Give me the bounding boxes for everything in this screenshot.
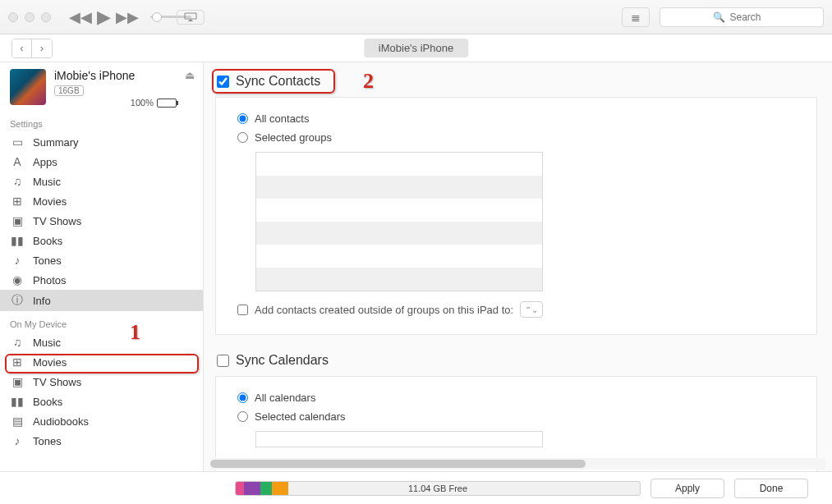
footer: 11.04 GB Free Apply Done xyxy=(0,471,832,504)
calendars-selected-row[interactable]: Selected calendars xyxy=(232,409,800,428)
sidebar-item-label: Music xyxy=(33,337,61,349)
contacts-selected-label: Selected groups xyxy=(255,131,332,144)
contacts-selected-radio[interactable] xyxy=(237,132,248,143)
playback-controls: ◀◀ ▶ ▶▶ xyxy=(69,7,139,28)
sidebar-item-photos[interactable]: ◉Photos xyxy=(0,270,203,290)
nav-back-forward: ‹ › xyxy=(11,39,53,58)
sync-contacts-header: Sync Contacts xyxy=(217,74,817,89)
sidebar-item-label: TV Shows xyxy=(33,376,81,388)
sidebar-item-tones[interactable]: ♪Tones xyxy=(0,431,203,451)
battery-percent: 100% xyxy=(131,98,154,108)
calendars-selected-label: Selected calendars xyxy=(255,410,346,423)
add-outside-checkbox[interactable] xyxy=(237,305,248,315)
contacts-selected-row[interactable]: Selected groups xyxy=(232,130,800,149)
sidebar-item-label: Music xyxy=(33,176,61,188)
summary-icon: ▭ xyxy=(10,135,25,149)
sidebar-item-music[interactable]: ♫Music xyxy=(0,172,203,191)
top-toolbar: ◀◀ ▶ ▶▶ ≣ 🔍 xyxy=(0,0,832,34)
calendars-all-label: All calendars xyxy=(255,392,315,404)
photos-icon: ◉ xyxy=(10,273,25,286)
sidebar-item-label: Photos xyxy=(33,274,66,286)
apps-icon: A xyxy=(10,155,25,168)
music-icon: ♫ xyxy=(10,175,25,188)
nav-back-button[interactable]: ‹ xyxy=(12,39,32,57)
music-icon: ♫ xyxy=(10,336,25,349)
tones-icon: ♪ xyxy=(10,434,25,447)
movies-icon: ⊞ xyxy=(10,355,25,369)
sidebar-item-audiobooks[interactable]: ▤Audiobooks xyxy=(0,411,203,431)
books-icon: ▮▮ xyxy=(10,395,25,408)
calendars-all-row[interactable]: All calendars xyxy=(232,390,800,409)
next-track-icon[interactable]: ▶▶ xyxy=(116,8,139,26)
sidebar-item-apps[interactable]: AApps xyxy=(0,152,203,172)
list-view-button[interactable]: ≣ xyxy=(622,7,650,27)
sidebar-section-settings: Settings xyxy=(0,111,203,132)
main-content: 2 Sync Contacts All contacts Selected gr… xyxy=(204,62,832,471)
nav-forward-button[interactable]: › xyxy=(32,39,52,57)
sidebar-item-label: Tones xyxy=(33,254,62,267)
contacts-groups-list[interactable] xyxy=(255,152,543,291)
calendars-groups-list[interactable] xyxy=(255,431,543,447)
sidebar-item-music[interactable]: ♫Music xyxy=(0,332,203,352)
search-input[interactable] xyxy=(730,11,771,23)
volume-slider[interactable] xyxy=(150,12,162,22)
sidebar-item-label: Audiobooks xyxy=(33,415,89,428)
info-icon: ⓘ xyxy=(10,293,25,308)
sidebar-item-summary[interactable]: ▭Summary xyxy=(0,132,203,152)
sidebar: iMobie's iPhone 16GB 100% ⏏ Settings ▭Su… xyxy=(0,62,204,471)
sidebar-item-tv-shows[interactable]: ▣TV Shows xyxy=(0,372,203,392)
sync-calendars-header: Sync Calendars xyxy=(217,353,817,368)
sidebar-item-movies[interactable]: ⊞Movies xyxy=(0,191,203,211)
tv-shows-icon: ▣ xyxy=(10,375,25,388)
traffic-close[interactable] xyxy=(8,12,18,22)
traffic-max[interactable] xyxy=(41,12,51,22)
sync-calendars-title: Sync Calendars xyxy=(236,353,329,368)
calendars-selected-radio[interactable] xyxy=(237,411,248,422)
device-thumbnail xyxy=(10,69,46,105)
battery-icon xyxy=(157,99,177,108)
play-icon[interactable]: ▶ xyxy=(97,7,111,28)
horizontal-scrollbar[interactable] xyxy=(210,458,825,470)
search-icon: 🔍 xyxy=(713,11,725,23)
device-capacity-badge: 16GB xyxy=(54,85,84,96)
prev-track-icon[interactable]: ◀◀ xyxy=(69,8,92,26)
device-pill[interactable]: iMobie's iPhone xyxy=(364,39,468,57)
sidebar-item-label: Apps xyxy=(33,156,57,168)
contacts-all-radio[interactable] xyxy=(237,113,248,124)
contacts-all-row[interactable]: All contacts xyxy=(232,111,800,130)
sidebar-item-tones[interactable]: ♪Tones xyxy=(0,250,203,270)
eject-icon[interactable]: ⏏ xyxy=(185,69,195,81)
add-outside-select[interactable]: ⌃⌄ xyxy=(520,301,543,318)
contacts-all-label: All contacts xyxy=(255,112,309,125)
device-header: iMobie's iPhone 16GB 100% ⏏ xyxy=(0,62,203,111)
window-traffic-lights xyxy=(8,12,51,22)
device-name: iMobie's iPhone xyxy=(54,69,177,82)
sidebar-item-books[interactable]: ▮▮Books xyxy=(0,231,203,250)
done-button[interactable]: Done xyxy=(734,479,808,498)
sidebar-item-label: Books xyxy=(33,235,62,247)
sync-calendars-panel: All calendars Selected calendars xyxy=(215,376,817,471)
tones-icon: ♪ xyxy=(10,254,25,267)
apply-button[interactable]: Apply xyxy=(650,479,724,498)
sync-contacts-title: Sync Contacts xyxy=(236,74,320,89)
sidebar-item-info[interactable]: ⓘInfo xyxy=(0,290,203,311)
sidebar-item-label: Info xyxy=(33,295,51,307)
movies-icon: ⊞ xyxy=(10,195,25,208)
nav-subbar: ‹ › iMobie's iPhone xyxy=(0,34,832,62)
add-outside-label: Add contacts created outside of groups o… xyxy=(255,304,513,316)
calendars-all-radio[interactable] xyxy=(237,392,248,403)
sidebar-item-label: Books xyxy=(33,396,62,408)
sync-calendars-checkbox[interactable] xyxy=(217,355,229,367)
tv-shows-icon: ▣ xyxy=(10,214,25,227)
capacity-bar: 11.04 GB Free xyxy=(235,481,641,496)
sidebar-item-movies[interactable]: ⊞Movies xyxy=(0,352,203,372)
sidebar-item-label: Tones xyxy=(33,435,62,447)
sync-contacts-checkbox[interactable] xyxy=(217,76,229,88)
sidebar-item-label: Movies xyxy=(33,356,67,369)
traffic-min[interactable] xyxy=(25,12,34,22)
sidebar-item-tv-shows[interactable]: ▣TV Shows xyxy=(0,211,203,231)
sidebar-item-label: Summary xyxy=(33,136,79,149)
airplay-button[interactable] xyxy=(177,10,205,25)
sidebar-item-books[interactable]: ▮▮Books xyxy=(0,392,203,411)
search-field[interactable]: 🔍 xyxy=(660,7,824,27)
